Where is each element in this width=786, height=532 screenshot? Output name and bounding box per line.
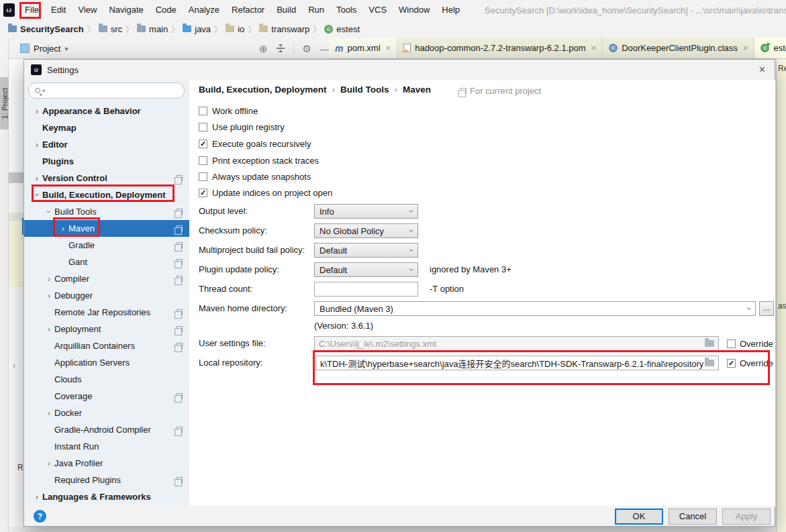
thread-count-input[interactable] [314,282,418,297]
checkbox-work-offline[interactable]: Work offline [199,104,258,117]
ok-button[interactable]: OK [615,509,663,525]
user-settings-override[interactable]: Override [727,337,773,350]
settings-search-input[interactable]: ▾ [28,83,185,99]
user-settings-file-input[interactable]: C:\Users\lj_le\.m2\settings.xml [314,336,719,351]
help-icon[interactable]: ? [34,510,46,523]
tab-pom-xml[interactable]: m pom.xml × [329,38,397,58]
tree-item-build-tools[interactable]: ›Build Tools [24,203,189,220]
tree-item-debugger[interactable]: ›Debugger [24,287,189,304]
locate-icon[interactable]: ⊕ [259,44,268,54]
tab-doorkeeper-class[interactable]: C DoorKeeperClientPlugin.class × [603,38,754,58]
tree-item-deployment[interactable]: ›Deployment [24,321,189,337]
chevron-right-icon[interactable]: › [44,458,54,468]
chevron-down-icon[interactable]: › [44,207,54,217]
menu-help[interactable]: Help [436,0,466,20]
checksum-policy-select[interactable]: No Global Policy› [314,223,418,238]
tree-item-plugins[interactable]: Plugins [24,153,189,170]
browse-button[interactable]: ... [759,301,774,316]
chevron-right-icon[interactable]: › [32,492,42,502]
tree-item-gant[interactable]: Gant [24,254,189,270]
tool-window-button-project[interactable]: 1: Project [0,77,9,129]
checkbox-checked[interactable]: ✓ [199,140,207,148]
breadcrumb-java[interactable]: java [180,24,213,34]
breadcrumb-project[interactable]: SecuritySearch [5,24,87,34]
breadcrumb-io[interactable]: io [223,24,247,34]
checkbox[interactable] [199,123,207,131]
menu-navigate[interactable]: Navigate [103,0,149,20]
apply-button[interactable]: Apply [722,509,771,525]
menu-view[interactable]: View [72,0,103,20]
checkbox-checked[interactable]: ✓ [199,189,207,197]
chevron-right-icon[interactable]: › [44,324,54,334]
tree-item-clouds[interactable]: Clouds [24,371,189,388]
tree-item-languages-frameworks[interactable]: ›Languages & Frameworks [24,488,189,505]
menu-file[interactable]: File [19,0,45,20]
tree-item-build-execution-deployment[interactable]: ›Build, Execution, Deployment [24,187,189,203]
local-repository-input[interactable]: k\TDH-测试\hyperbase+search\java连接开安全的sear… [315,356,719,370]
tree-item-keymap[interactable]: Keymap [24,119,189,136]
tree-item-application-servers[interactable]: Application Servers [24,354,189,371]
close-icon[interactable]: × [743,43,748,53]
tree-item-remote-jar-repositories[interactable]: Remote Jar Repositories [24,304,189,321]
tree-item-compiler[interactable]: ›Compiler [24,270,189,287]
breadcrumb-transwarp[interactable]: transwarp [256,24,312,34]
checkbox-execute-goals-recursively[interactable]: ✓Execute goals recursively [199,137,311,150]
chevron-right-icon[interactable]: › [44,408,54,418]
chevron-right-icon[interactable]: › [32,173,42,183]
tree-item-editor[interactable]: ›Editor [24,136,189,153]
tree-item-maven[interactable]: ›Maven [24,220,189,237]
close-icon[interactable]: × [386,43,391,53]
tree-item-version-control[interactable]: ›Version Control [24,170,189,187]
gear-icon[interactable]: ⚙ [303,44,311,54]
output-level-select[interactable]: Info› [314,204,418,219]
plugin-update-policy-select[interactable]: Default› [314,262,418,277]
chevron-right-icon[interactable]: › [44,290,54,301]
menu-tools[interactable]: Tools [330,0,362,20]
breadcrumb-estest[interactable]: Cestest [322,24,362,34]
chevron-right-icon[interactable]: › [32,140,42,150]
maven-home-directory-select[interactable]: Bundled (Maven 3)› [314,301,756,316]
checkbox-update-indices-on-project-open[interactable]: ✓Update indices on project open [199,186,332,199]
tree-item-required-plugins[interactable]: Required Plugins [24,472,189,488]
menu-build[interactable]: Build [271,0,302,20]
checkbox-checked[interactable]: ✓ [727,359,736,368]
checkbox[interactable] [199,107,207,115]
tree-item-arquillian-containers[interactable]: Arquillian Containers [24,337,189,354]
tree-item-appearance-behavior[interactable]: ›Appearance & Behavior [24,103,189,119]
tree-item-java-profiler[interactable]: ›Java Profiler [24,455,189,472]
local-repository-override[interactable]: ✓Override [727,356,773,370]
tab-estest[interactable]: C este [754,38,786,58]
tree-item-coverage[interactable]: Coverage [24,388,189,405]
breadcrumb-src[interactable]: src [96,24,125,34]
checkbox-always-update-snapshots[interactable]: Always update snapshots [199,170,311,183]
checkbox[interactable] [199,156,207,165]
menu-refactor[interactable]: Refactor [226,0,271,20]
chevron-right-icon[interactable]: › [44,274,54,284]
tree-item-docker[interactable]: ›Docker [24,405,189,421]
checkbox-use-plugin-registry[interactable]: Use plugin registry [199,120,285,134]
close-icon[interactable]: × [591,43,597,53]
checkbox-print-exception-stack-traces[interactable]: Print exception stack traces [199,154,319,167]
menu-analyze[interactable]: Analyze [183,0,226,20]
collapse-all-icon[interactable] [277,44,285,52]
folder-icon[interactable] [705,340,714,347]
tree-item-gradle-android-compiler[interactable]: Gradle-Android Compiler [24,421,189,438]
chevron-right-icon[interactable]: › [58,223,68,233]
checkbox[interactable] [199,172,207,181]
menu-window[interactable]: Window [393,0,436,20]
multiproject-build-fail-policy-select[interactable]: Default› [314,243,418,258]
tree-item-instant-run[interactable]: Instant Run [24,438,189,455]
chevron-right-icon[interactable]: › [32,106,42,116]
project-view-selector[interactable]: Project [34,44,60,54]
folder-icon[interactable] [705,360,714,366]
chevron-down-icon[interactable]: › [32,190,42,201]
menu-edit[interactable]: Edit [45,0,72,20]
checkbox[interactable] [727,339,736,348]
tab-hadoop-common-pom[interactable]: hadoop-common-2.7.2-transwarp-6.2.1.pom … [397,38,603,58]
menu-run[interactable]: Run [302,0,330,20]
cancel-button[interactable]: Cancel [669,509,717,525]
menu-code[interactable]: Code [150,0,183,20]
close-icon[interactable]: × [759,64,765,76]
breadcrumb-main[interactable]: main [134,24,170,34]
tree-item-gradle[interactable]: Gradle [24,237,189,254]
